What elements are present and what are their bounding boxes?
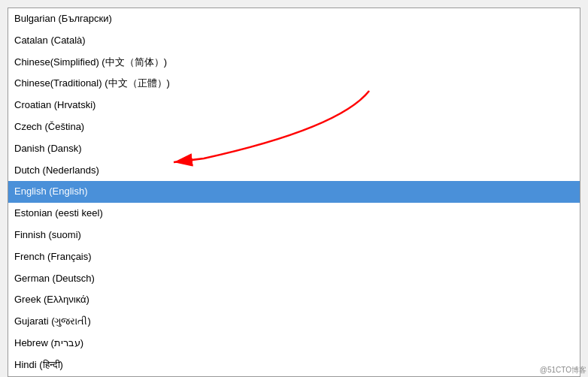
language-item-french[interactable]: French (Français) — [8, 246, 580, 268]
main-container: Bulgarian (Български)Catalan (Català)Chi… — [0, 0, 588, 377]
language-item-hebrew[interactable]: Hebrew (עברית) — [8, 333, 580, 354]
language-item-hindi[interactable]: Hindi (हिन्दी) — [8, 354, 580, 376]
language-item-chinese-simplified[interactable]: Chinese(Simplified) (中文（简体）) — [8, 52, 580, 74]
language-item-czech[interactable]: Czech (Čeština) — [8, 116, 580, 138]
language-item-chinese-traditional[interactable]: Chinese(Traditional) (中文（正體）) — [8, 73, 580, 95]
language-item-bulgarian[interactable]: Bulgarian (Български) — [8, 8, 580, 30]
language-item-english[interactable]: English (English) — [8, 181, 580, 203]
language-item-gujarati[interactable]: Gujarati (ગુજરાતી) — [8, 311, 580, 333]
language-item-finnish[interactable]: Finnish (suomi) — [8, 225, 580, 246]
language-item-danish[interactable]: Danish (Dansk) — [8, 138, 580, 160]
language-item-croatian[interactable]: Croatian (Hrvatski) — [8, 95, 580, 116]
language-item-german[interactable]: German (Deutsch) — [8, 268, 580, 290]
watermark: @51CTO博客 — [540, 365, 586, 375]
language-item-catalan[interactable]: Catalan (Català) — [8, 30, 580, 52]
list-container: Bulgarian (Български)Catalan (Català)Chi… — [8, 8, 580, 377]
language-item-greek[interactable]: Greek (Ελληνικά) — [8, 289, 580, 311]
language-item-dutch[interactable]: Dutch (Nederlands) — [8, 160, 580, 182]
language-list-scroll[interactable]: Bulgarian (Български)Catalan (Català)Chi… — [8, 8, 580, 376]
language-item-estonian[interactable]: Estonian (eesti keel) — [8, 203, 580, 225]
